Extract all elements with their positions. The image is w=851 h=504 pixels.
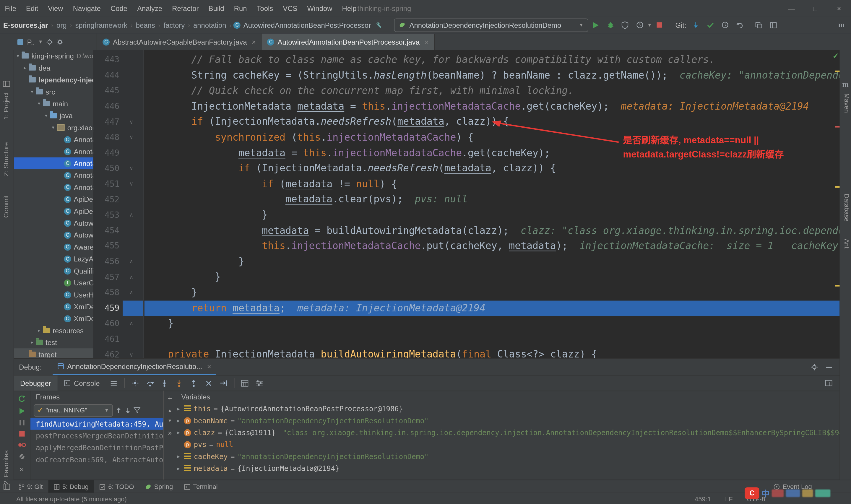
code-line[interactable]: } — [144, 254, 840, 269]
editor-tab[interactable]: CAbstractAutowireCapableBeanFactory.java… — [97, 34, 262, 50]
toolbar-tab-debug[interactable]: 5: Debug — [48, 480, 94, 493]
code-line[interactable]: String cacheKey = (StringUtils.hasLength… — [144, 68, 840, 83]
close-button[interactable]: × — [827, 0, 851, 16]
toolbar-tab-todo[interactable]: 6: TODO — [94, 480, 140, 493]
code-line[interactable]: // Fall back to class name as cache key,… — [144, 52, 840, 68]
code-line[interactable]: if (metadata != null) { — [144, 176, 840, 192]
tree-item-apidepe[interactable]: CApiDepe — [14, 193, 93, 205]
minimize-button[interactable]: — — [779, 0, 803, 16]
frame-item[interactable]: applyMergedBeanDefinitionPostPr — [31, 442, 163, 453]
gutter-line[interactable]: 450∨ — [93, 161, 143, 176]
stripe-toggle-icon[interactable] — [3, 80, 10, 87]
tree-item-apidepe[interactable]: CApiDepe — [14, 205, 93, 217]
frame-up-icon[interactable] — [115, 407, 122, 414]
tree-item-xmldepe[interactable]: CXmlDepe — [14, 301, 93, 312]
gutter-line[interactable]: 457∧ — [93, 269, 143, 285]
mute-breakpoints-icon[interactable] — [18, 453, 25, 460]
gutter-line[interactable]: 458∧ — [93, 285, 143, 301]
gutter-line[interactable]: 455 — [93, 238, 143, 254]
tree-item-test[interactable]: ▸test — [14, 337, 93, 348]
gutter-line[interactable]: 459 — [93, 301, 143, 316]
git-update-icon[interactable] — [688, 18, 703, 32]
menu-window[interactable]: Window — [302, 0, 337, 16]
gutter-line[interactable]: 445 — [93, 83, 143, 99]
more-icon[interactable]: » — [168, 429, 172, 437]
maven-icon[interactable]: m — [838, 21, 845, 29]
history-icon[interactable] — [718, 18, 732, 32]
gutter-line[interactable]: 449 — [93, 145, 143, 161]
tree-item-main[interactable]: ▾main — [14, 98, 93, 110]
code-line[interactable]: InjectionMetadata metadata = this.inject… — [144, 99, 840, 114]
variable-row[interactable]: ▶metadata={InjectionMetadata@2194} — [176, 462, 840, 474]
tree-item-java[interactable]: ▾java — [14, 110, 93, 122]
editor-tab[interactable]: CAutowiredAnnotationBeanPostProcessor.ja… — [262, 34, 434, 50]
frame-item[interactable]: postProcessMergedBeanDefinition: — [31, 430, 163, 442]
thread-selector[interactable]: ✓ "mai...NNING" ▼ — [34, 404, 113, 416]
scrollbar-mark[interactable] — [835, 71, 840, 72]
breadcrumb-item[interactable]: springframework — [74, 21, 129, 29]
menu-refactor[interactable]: Refactor — [167, 0, 204, 16]
gutter-line[interactable]: 454 — [93, 223, 143, 238]
frame-item[interactable]: findAutowiringMetadata:459, Autow — [31, 418, 163, 430]
maven-stripe-icon[interactable]: m — [843, 80, 849, 89]
code-editor[interactable]: 443444445446447∨448∨449450∨451∨452453∧45… — [93, 50, 840, 358]
code-line[interactable]: return metadata; metadata: InjectionMeta… — [144, 301, 840, 316]
force-step-into-icon[interactable] — [172, 376, 187, 390]
menu-edit[interactable]: Edit — [21, 0, 43, 16]
tree-item-autowiri[interactable]: CAutowiri — [14, 229, 93, 241]
editor-code-area[interactable]: // Fall back to class name as cache key,… — [144, 50, 840, 358]
stripe-item-favorites[interactable]: 2: Favorites — [2, 450, 10, 484]
code-line[interactable]: } — [144, 285, 840, 301]
tree-item-resources[interactable]: ▸resources — [14, 324, 93, 336]
gutter-line[interactable]: 451∨ — [93, 176, 143, 192]
variable-row[interactable]: ▶pclazz={Class@1911} "class org.xiaoge.t… — [176, 427, 840, 438]
scroll-up-icon[interactable]: ▲ — [168, 408, 172, 413]
gutter-line[interactable]: 453∧ — [93, 208, 143, 223]
gutter-line[interactable]: 446 — [93, 99, 143, 114]
layout-menu-icon[interactable] — [106, 376, 121, 390]
stripe-item-zstructure[interactable]: Z: Structure — [2, 142, 10, 176]
rerun-icon[interactable] — [18, 395, 26, 403]
menu-file[interactable]: File — [0, 0, 21, 16]
chevron-down-icon[interactable]: ▼ — [38, 39, 43, 44]
close-tab-icon[interactable]: × — [252, 38, 256, 46]
tree-item-king-in-spring[interactable]: ▾king-in-spring D:\wor — [14, 50, 93, 62]
project-header-label[interactable]: P.. — [27, 38, 35, 46]
add-watch-icon[interactable]: + — [167, 394, 172, 402]
close-tab-icon[interactable]: × — [424, 38, 429, 46]
tree-item-lependency-injection[interactable]: lependency-injection — [14, 74, 93, 86]
code-line[interactable]: metadata.clear(pvs); pvs: null — [144, 192, 840, 208]
step-over-icon[interactable] — [143, 376, 158, 390]
frame-item[interactable]: doCreateBean:569, AbstractAutowir — [31, 454, 163, 466]
scrollbar-mark[interactable] — [835, 285, 840, 287]
stripe-item-database[interactable]: Database — [843, 194, 850, 221]
stripe-item-commit[interactable]: Commit — [2, 195, 10, 218]
tree-item-userhol[interactable]: CUserHol — [14, 289, 93, 301]
debug-button[interactable] — [603, 18, 618, 32]
gutter-line[interactable]: 443 — [93, 52, 143, 68]
toolbar-tab-git[interactable]: 9: Git — [13, 480, 48, 493]
step-out-icon[interactable] — [186, 376, 201, 390]
locate-file-icon[interactable] — [46, 38, 53, 45]
code-line[interactable]: this.injectionMetadataCache.put(cacheKey… — [144, 238, 840, 254]
menu-vcs[interactable]: VCS — [278, 0, 302, 16]
debug-session-tab[interactable]: AnnotationDependencyInjectionResolutio..… — [53, 359, 216, 375]
stop-button[interactable] — [652, 18, 667, 32]
gutter-line[interactable]: 460∧ — [93, 316, 143, 331]
tree-item-target[interactable]: target — [14, 348, 93, 358]
run-configuration-select[interactable]: AnnotationDependencyInjectionResolutionD… — [394, 18, 589, 32]
tree-item-org-xiaoge-t[interactable]: ▾org.xiaoge.t — [14, 122, 93, 133]
code-line[interactable]: } — [144, 269, 840, 285]
tree-item-qualifier[interactable]: CQualifier — [14, 265, 93, 276]
tree-item-annotati[interactable]: CAnnotati — [14, 145, 93, 157]
more-actions-icon[interactable]: » — [20, 465, 24, 473]
variable-row[interactable]: ▶cacheKey="annotationDependencyInjection… — [176, 450, 840, 462]
gutter-line[interactable]: 444 — [93, 68, 143, 83]
tree-item-annotati[interactable]: CAnnotati — [14, 158, 93, 169]
code-line[interactable]: } — [144, 208, 840, 223]
tree-item-annotati[interactable]: CAnnotati — [14, 181, 93, 193]
caret-position[interactable]: 459:1 — [695, 495, 711, 503]
breadcrumb-item[interactable]: org — [55, 21, 68, 29]
menu-view[interactable]: View — [43, 0, 68, 16]
scroll-down-icon[interactable]: ▼ — [168, 418, 172, 424]
